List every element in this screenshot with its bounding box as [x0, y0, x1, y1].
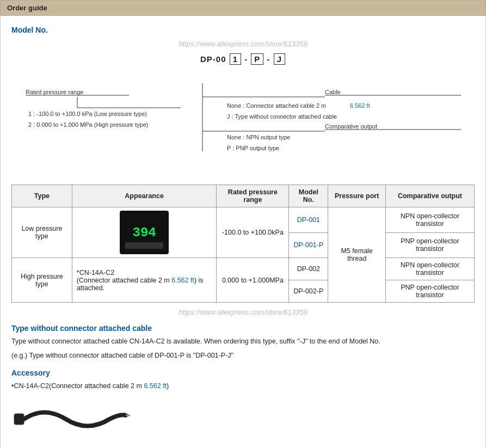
sep1: -: [244, 54, 250, 64]
table-row: Low pressure type 394 -100.0 to +100.0kP…: [12, 207, 475, 233]
order-guide-header: Order guide: [0, 0, 486, 16]
low-pressure-range: -100.0 to +100.0kPa: [217, 207, 289, 258]
high-pressure-appearance: *CN-14A-C2(Connector attached cable 2 m …: [72, 258, 217, 303]
output-npn-2: NPN open-collector transistor: [385, 258, 474, 280]
output-npn-1: NPN open-collector transistor: [385, 207, 474, 233]
svg-text:Cable: Cable: [325, 89, 341, 95]
type-without-connector-text2: (e.g.) Type without connector attached c…: [11, 350, 475, 361]
type-without-connector-title: Type without connector attached cable: [11, 324, 475, 333]
output-pnp-2: PNP open-collector transistor: [385, 280, 474, 303]
header-title: Order guide: [7, 4, 47, 12]
svg-text:J  : Type without connector at: J : Type without connector attached cabl…: [227, 113, 337, 120]
low-pressure-type: Low pressure type: [12, 207, 72, 258]
model-box-1: 1: [230, 53, 241, 65]
model-box-j: J: [274, 53, 285, 65]
pressure-port: M5 female thread: [328, 207, 386, 303]
gauge-display: 394: [120, 211, 169, 254]
model-box-p: P: [251, 53, 263, 65]
col-appearance: Appearance: [72, 185, 217, 207]
model-dp002: DP-002: [289, 258, 328, 280]
model-dp001p: DP-001-P: [289, 232, 328, 258]
model-no-title: Model No.: [11, 26, 475, 34]
table-row: High pressure type *CN-14A-C2(Connector …: [12, 258, 475, 280]
svg-text:1 : -100.0 to +100.0 kPa (Low : 1 : -100.0 to +100.0 kPa (Low pressure t…: [28, 111, 147, 117]
high-pressure-type: High pressure type: [12, 258, 72, 303]
model-diagram: DP-00 1 - P - J Rated pressure range 1 :…: [20, 53, 466, 176]
output-pnp-1: PNP open-collector transistor: [385, 232, 474, 258]
type-without-connector-text1: Type without connector attached cable CN…: [11, 336, 475, 347]
col-pressure-port: Pressure port: [328, 185, 386, 207]
model-dp001: DP-001: [289, 207, 328, 233]
model-dp002p: DP-002-P: [289, 280, 328, 303]
high-pressure-range: 0.000 to +1.000MPa: [217, 258, 289, 303]
low-pressure-appearance: 394: [72, 207, 217, 258]
type-without-connector-section: Type without connector attached cable Ty…: [11, 324, 475, 361]
svg-text:None : Connector attached cabl: None : Connector attached cable 2 m: [227, 102, 326, 109]
accessory-title: Accessory: [11, 369, 475, 377]
col-type: Type: [12, 185, 72, 207]
model-prefix: DP-00: [200, 54, 226, 64]
svg-text:P  : PNP output type: P : PNP output type: [227, 145, 279, 151]
col-comparative-output: Comparative output: [385, 185, 474, 207]
svg-text:None : NPN output type: None : NPN output type: [227, 134, 290, 140]
svg-text:2 : 0.000 to +1.000 MPa (High : 2 : 0.000 to +1.000 MPa (High pressure t…: [28, 121, 148, 128]
watermark-top: https://www.aliexpress.com/store/613359: [11, 40, 475, 48]
cable-image: [11, 395, 131, 444]
col-model-no: Model No.: [289, 185, 328, 207]
col-rated-pressure: Rated pressure range: [217, 185, 289, 207]
accessory-item: •CN-14A-C2(Connector attached cable 2 m …: [11, 381, 475, 391]
svg-text:Comparative output: Comparative output: [325, 123, 377, 130]
product-table: Type Appearance Rated pressure range Mod…: [11, 185, 475, 303]
diagram-svg: Rated pressure range 1 : -100.0 to +100.…: [20, 67, 466, 176]
accessory-section: Accessory •CN-14A-C2(Connector attached …: [11, 369, 475, 445]
svg-text:6.562 ft: 6.562 ft: [350, 102, 370, 109]
watermark-bottom: https://www.aliexpress.com/store/613359: [11, 308, 475, 316]
svg-text:Rated pressure range: Rated pressure range: [26, 89, 83, 95]
sep2: -: [267, 54, 273, 64]
